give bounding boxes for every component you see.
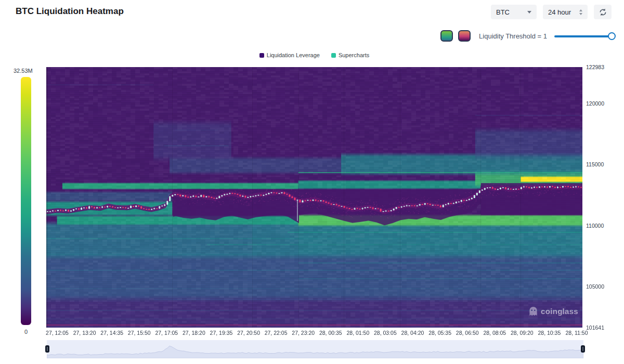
legend-item-liquidation-leverage[interactable]: Liquidation Leverage (259, 52, 320, 58)
legend-swatch-purple (259, 53, 264, 58)
x-axis-label: 27, 12:05 (46, 330, 69, 336)
legend-swatch-teal (331, 53, 336, 58)
x-axis-label: 28, 08:05 (483, 330, 506, 336)
y-axis-label: 110000 (586, 223, 604, 229)
x-axis-label: 27, 19:35 (210, 330, 233, 336)
x-axis-label: 28, 09:20 (511, 330, 534, 336)
plot-area: coinglass (46, 67, 582, 328)
colormap-pink-swatch-button[interactable] (458, 30, 471, 42)
navigator-right-handle[interactable] (581, 345, 585, 353)
navigator-left-handle[interactable] (45, 345, 49, 353)
x-axis-label: 27, 13:20 (73, 330, 96, 336)
colormap-green-swatch-button[interactable] (440, 30, 453, 42)
stepper-arrows[interactable] (579, 9, 582, 15)
watermark-text: coinglass (541, 307, 578, 316)
stepper-down-icon[interactable] (579, 13, 582, 15)
y-axis-label: 122983 (586, 64, 604, 70)
x-axis-label: 28, 05:35 (428, 330, 451, 336)
stepper-up-icon[interactable] (579, 9, 582, 11)
chevron-down-icon (527, 11, 531, 14)
threshold-label: Liquidity Threshold = 1 (479, 32, 547, 40)
y-axis-label: 105000 (586, 283, 604, 290)
colorbar-max-label: 32.53M (14, 68, 38, 74)
time-axis: 27, 12:0527, 13:2027, 14:3527, 15:5027, … (0, 330, 624, 338)
legend-label: Liquidation Leverage (267, 52, 320, 58)
x-axis-label: 27, 20:50 (237, 330, 260, 336)
page-title: BTC Liquidation Heatmap (16, 6, 124, 17)
x-axis-label: 28, 06:50 (456, 330, 479, 336)
legend-label: Supercharts (339, 52, 369, 58)
interval-stepper-value: 24 hour (548, 8, 571, 16)
x-axis-label: 28, 11:50 (565, 330, 588, 336)
price-axis: 122983120000115000110000105000101641 (586, 0, 622, 364)
liquidation-heatmap-canvas[interactable] (46, 67, 582, 328)
x-axis-label: 27, 22:05 (265, 330, 288, 336)
x-axis-label: 28, 01:50 (346, 330, 369, 336)
y-axis-label: 120000 (586, 100, 604, 107)
chart-legend: Liquidation Leverage Supercharts (46, 52, 582, 58)
x-axis-label: 28, 00:35 (319, 330, 342, 336)
symbol-select[interactable]: BTC (491, 5, 537, 19)
coinglass-ghost-icon (529, 306, 538, 316)
x-axis-label: 28, 04:20 (401, 330, 424, 336)
navigator-area-canvas[interactable] (47, 340, 583, 358)
colorbar-gradient (21, 77, 31, 325)
symbol-select-value: BTC (496, 8, 510, 16)
x-axis-label: 28, 03:05 (374, 330, 397, 336)
y-axis-label: 115000 (586, 161, 604, 167)
legend-item-supercharts[interactable]: Supercharts (331, 52, 369, 58)
x-axis-label: 27, 17:05 (155, 330, 178, 336)
x-axis-label: 27, 23:20 (292, 330, 315, 336)
interval-stepper[interactable]: 24 hour (543, 5, 588, 19)
watermark: coinglass (529, 306, 578, 316)
x-axis-label: 28, 10:35 (538, 330, 561, 336)
liquidation-heatmap-app: BTC Liquidation Heatmap BTC 24 hour Liqu… (0, 0, 624, 364)
x-axis-label: 27, 18:20 (183, 330, 205, 336)
x-axis-label: 27, 15:50 (128, 330, 151, 336)
range-navigator[interactable] (47, 340, 583, 358)
x-axis-label: 27, 14:35 (100, 330, 123, 336)
